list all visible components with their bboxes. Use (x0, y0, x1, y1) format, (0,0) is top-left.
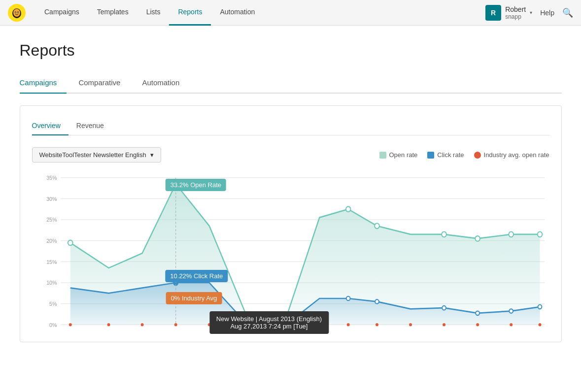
inner-tabs: Overview Revenue (32, 118, 549, 135)
nav-reports[interactable]: Reports (169, 0, 211, 26)
open-dot (375, 223, 379, 229)
campaign-dropdown[interactable]: WebsiteToolTester Newsletter English ▾ (32, 147, 161, 163)
legend-open-rate-dot (379, 152, 386, 159)
page-title: Reports (20, 41, 562, 60)
open-dot (509, 232, 513, 237)
inner-tab-revenue[interactable]: Revenue (76, 118, 112, 135)
reports-tabs: Campaigns Comparative Automation (20, 73, 562, 94)
reports-card: Overview Revenue WebsiteToolTester Newsl… (20, 105, 562, 342)
open-dot (537, 232, 542, 237)
navbar: Campaigns Templates Lists Reports Automa… (0, 0, 581, 26)
chart-area: 35% 30% 25% 20% 15% 10% 5% 0% (32, 172, 549, 330)
user-info: Robert snapp (505, 5, 526, 20)
tab-comparative[interactable]: Comparative (78, 73, 130, 94)
legend-open-rate: Open rate (379, 151, 418, 159)
svg-text:30%: 30% (46, 196, 57, 202)
legend-industry-avg: Industry avg. open rate (474, 151, 549, 159)
svg-point-2 (13, 9, 20, 17)
legend-click-rate: Click rate (427, 151, 464, 159)
tab-campaigns[interactable]: Campaigns (20, 73, 67, 94)
search-icon[interactable]: 🔍 (562, 7, 573, 18)
click-dot (346, 296, 350, 301)
industry-dot (68, 323, 71, 326)
navbar-right: R Robert snapp ▾ Help 🔍 (485, 5, 573, 21)
open-dot (475, 236, 480, 241)
svg-text:0%: 0% (49, 322, 57, 328)
click-dot (538, 305, 542, 309)
legend-industry-avg-dot (474, 152, 481, 159)
industry-dot (174, 323, 177, 326)
avatar: R (485, 5, 501, 21)
help-link[interactable]: Help (540, 9, 554, 17)
svg-text:35%: 35% (46, 174, 57, 181)
industry-dot (476, 323, 479, 326)
svg-text:15%: 15% (46, 259, 57, 265)
svg-text:10%: 10% (46, 280, 57, 286)
open-dot (442, 232, 446, 237)
svg-point-5 (15, 12, 16, 13)
click-dot (375, 299, 379, 304)
nav-lists[interactable]: Lists (137, 0, 170, 26)
click-dot (442, 306, 446, 310)
user-menu-caret: ▾ (530, 10, 532, 15)
user-menu[interactable]: R Robert snapp ▾ (485, 5, 532, 21)
dropdown-caret-icon: ▾ (150, 151, 154, 159)
industry-dot (140, 323, 143, 326)
click-dot (509, 309, 513, 313)
industry-dot (346, 323, 349, 326)
industry-dot (538, 323, 541, 326)
chart-controls: WebsiteToolTester Newsletter English ▾ O… (32, 147, 549, 163)
app-logo (8, 4, 26, 22)
svg-text:20%: 20% (46, 237, 57, 244)
nav-automation[interactable]: Automation (211, 0, 264, 26)
industry-dot (107, 323, 110, 326)
chart-legend: Open rate Click rate Industry avg. open … (379, 151, 549, 159)
industry-dot (510, 323, 513, 326)
industry-dot (409, 323, 412, 326)
svg-point-6 (18, 12, 18, 13)
page-content: Reports Campaigns Comparative Automation… (10, 26, 572, 342)
open-dot (345, 206, 350, 212)
industry-dot (284, 323, 287, 326)
industry-dot (246, 323, 249, 326)
svg-text:25%: 25% (46, 217, 57, 223)
nav-campaigns[interactable]: Campaigns (35, 0, 88, 26)
industry-dot (207, 323, 210, 326)
nav-templates[interactable]: Templates (88, 0, 137, 26)
legend-click-rate-dot (427, 152, 434, 159)
svg-text:5%: 5% (49, 300, 57, 307)
click-dot (476, 311, 479, 316)
industry-dot (376, 323, 378, 326)
industry-dot (318, 323, 321, 326)
chart-svg: 35% 30% 25% 20% 15% 10% 5% 0% (32, 172, 549, 330)
navbar-links: Campaigns Templates Lists Reports Automa… (35, 0, 485, 26)
open-dot (68, 240, 72, 246)
industry-dot (443, 323, 445, 326)
tab-automation[interactable]: Automation (142, 73, 189, 94)
inner-tab-overview[interactable]: Overview (32, 118, 68, 135)
